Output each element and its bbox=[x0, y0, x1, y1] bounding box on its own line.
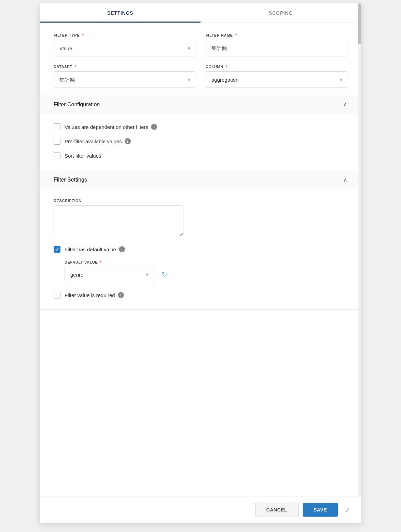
checkbox-dependent-row: Values are dependent on other filters i bbox=[54, 123, 347, 130]
dataset-label: DATASET * bbox=[54, 65, 195, 69]
default-value-label: DEFAULT VALUE * bbox=[65, 260, 347, 264]
tab-settings[interactable]: SETTINGS bbox=[40, 3, 200, 23]
filter-name-group: FILTER NAME * bbox=[206, 33, 347, 56]
filter-settings-body: DESCRIPTION Filter has default value i D… bbox=[40, 189, 361, 309]
default-value-container: DEFAULT VALUE * genre ∨ ↻ bbox=[65, 260, 347, 282]
checkbox-sort[interactable] bbox=[54, 152, 60, 159]
checkbox-default-value-row: Filter has default value i bbox=[54, 246, 347, 253]
filter-settings-chevron-up-icon: ∧ bbox=[343, 176, 347, 183]
top-form-section: FILTER TYPE * Value ∨ FILTER NAME * bbox=[40, 23, 361, 95]
checkbox-filter-required[interactable] bbox=[54, 292, 60, 298]
column-required: * bbox=[226, 65, 227, 69]
filter-settings-section: Filter Settings ∧ DESCRIPTION Filter has… bbox=[40, 170, 361, 310]
refresh-button[interactable]: ↻ bbox=[158, 268, 170, 281]
dataset-select[interactable]: 集計軸 bbox=[54, 71, 195, 88]
checkbox-filter-required-row: Filter value is required i bbox=[54, 292, 347, 298]
checkbox-dependent-label: Values are dependent on other filters i bbox=[65, 124, 157, 130]
form-row-1: FILTER TYPE * Value ∨ FILTER NAME * bbox=[54, 33, 347, 56]
filter-required-info-icon[interactable]: i bbox=[118, 292, 124, 298]
column-select[interactable]: aggregation bbox=[206, 71, 347, 88]
checkbox-dependent[interactable] bbox=[54, 123, 60, 130]
dataset-required: * bbox=[74, 65, 76, 69]
checkbox-sort-label: Sort filter values bbox=[65, 153, 101, 159]
spacer bbox=[40, 310, 361, 496]
filter-configuration-title: Filter Configuration bbox=[54, 102, 100, 108]
checkbox-sort-row: Sort filter values bbox=[54, 152, 347, 159]
filter-name-input[interactable] bbox=[206, 40, 347, 56]
modal-dialog: SETTINGS SCOPING FILTER TYPE * Value ∨ bbox=[40, 3, 361, 523]
dataset-group: DATASET * 集計軸 ∨ bbox=[54, 65, 195, 88]
cancel-button[interactable]: CANCEL bbox=[255, 503, 299, 517]
form-row-2: DATASET * 集計軸 ∨ COLUMN * aggregatio bbox=[54, 65, 347, 88]
filter-settings-title: Filter Settings bbox=[54, 177, 87, 183]
filter-configuration-section: Filter Configuration ∧ Values are depend… bbox=[40, 95, 361, 170]
filter-type-select[interactable]: Value bbox=[54, 40, 195, 56]
filter-configuration-header[interactable]: Filter Configuration ∧ bbox=[40, 95, 361, 114]
filter-type-required: * bbox=[82, 33, 84, 37]
checkbox-prefilter[interactable] bbox=[54, 138, 60, 145]
filter-configuration-body: Values are dependent on other filters i … bbox=[40, 114, 361, 170]
default-value-select[interactable]: genre bbox=[65, 267, 153, 282]
default-value-info-icon[interactable]: i bbox=[119, 246, 125, 252]
default-value-select-wrapper: genre ∨ bbox=[65, 267, 153, 282]
filter-type-select-wrapper: Value ∨ bbox=[54, 40, 195, 56]
dataset-select-wrapper: 集計軸 ∨ bbox=[54, 71, 195, 88]
checkbox-default-value-label: Filter has default value i bbox=[65, 246, 125, 252]
default-value-required: * bbox=[100, 260, 102, 264]
description-label: DESCRIPTION bbox=[54, 199, 347, 203]
checkbox-default-value[interactable] bbox=[54, 246, 60, 253]
tab-scoping[interactable]: SCOPING bbox=[200, 3, 361, 23]
filter-name-label: FILTER NAME * bbox=[206, 33, 347, 37]
expand-icon[interactable]: ⤢ bbox=[342, 504, 353, 515]
column-group: COLUMN * aggregation ∨ bbox=[206, 65, 347, 88]
filter-name-required: * bbox=[235, 33, 237, 37]
filter-configuration-chevron-up-icon: ∧ bbox=[343, 101, 347, 108]
default-value-row: genre ∨ ↻ bbox=[65, 267, 347, 282]
filter-type-label: FILTER TYPE * bbox=[54, 33, 195, 37]
checkbox-prefilter-row: Pre-filter available values i bbox=[54, 138, 347, 145]
tab-bar: SETTINGS SCOPING bbox=[40, 3, 361, 23]
description-textarea[interactable] bbox=[54, 205, 183, 236]
modal-footer: CANCEL SAVE ⤢ bbox=[40, 496, 361, 523]
prefilter-info-icon[interactable]: i bbox=[125, 138, 131, 144]
filter-settings-header[interactable]: Filter Settings ∧ bbox=[40, 170, 361, 189]
checkbox-prefilter-label: Pre-filter available values i bbox=[65, 138, 131, 144]
filter-type-group: FILTER TYPE * Value ∨ bbox=[54, 33, 195, 56]
save-button[interactable]: SAVE bbox=[303, 503, 338, 517]
checkbox-filter-required-label: Filter value is required i bbox=[65, 292, 124, 298]
column-label: COLUMN * bbox=[206, 65, 347, 69]
column-select-wrapper: aggregation ∨ bbox=[206, 71, 347, 88]
scrollbar-track[interactable] bbox=[358, 3, 361, 523]
dependent-info-icon[interactable]: i bbox=[151, 124, 157, 130]
